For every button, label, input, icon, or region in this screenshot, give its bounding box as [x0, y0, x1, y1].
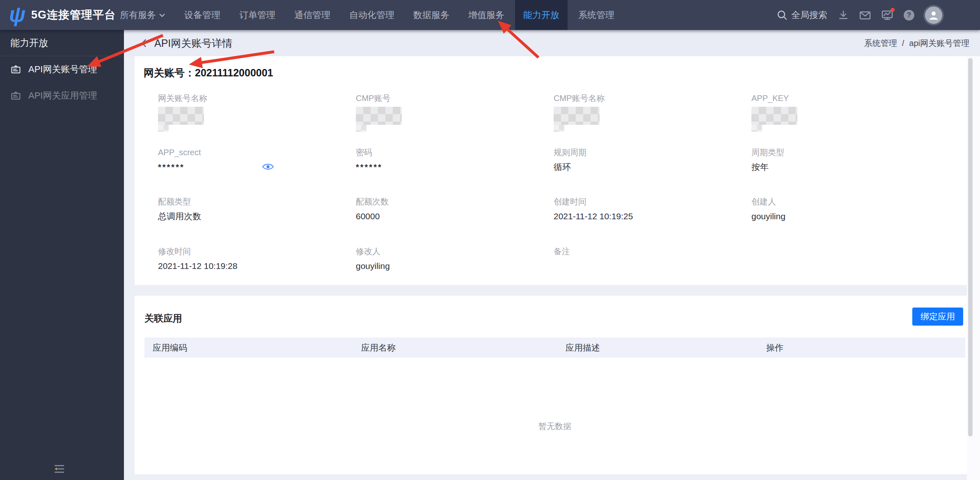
monitor-status[interactable]	[882, 10, 893, 21]
breadcrumb-current: api网关账号管理	[909, 38, 969, 49]
detail-field: 修改人 gouyiling	[356, 246, 545, 271]
detail-field: 周期类型 按年	[751, 147, 940, 172]
sidebar-item[interactable]: API网关账号管理	[0, 56, 124, 83]
nav-menu-item-label: 所有服务	[120, 9, 156, 21]
search-icon	[777, 10, 788, 21]
nav-menu-item-label: 数据服务	[413, 9, 449, 21]
breadcrumb-system-admin[interactable]: 系统管理	[864, 38, 897, 49]
detail-field: APP_KEY	[751, 93, 940, 125]
related-apps-table-header: 应用编码应用名称应用描述操作	[144, 338, 965, 358]
nav-menu-item-label: 通信管理	[294, 9, 330, 21]
field-label: 网关账号名称	[158, 93, 347, 103]
detail-field: 备注	[554, 246, 742, 271]
field-label: CMP账号名称	[554, 93, 742, 103]
show-secret-eye-icon[interactable]	[262, 163, 274, 171]
content-header: API网关账号详情 系统管理 / api网关账号管理	[124, 30, 980, 56]
redacted-value-block	[751, 107, 797, 125]
app-root: ψ 5G连接管理平台 所有服务 设备管理 订单管理 通信管理 自动化管理 数据服…	[0, 0, 980, 480]
field-label: 规则周期	[554, 147, 742, 157]
sidebar-item[interactable]: API网关应用管理	[0, 83, 124, 109]
bind-app-button[interactable]: 绑定应用	[912, 308, 963, 326]
detail-field: CMP账号名称	[554, 93, 742, 125]
gateway-account-separator: ：	[185, 67, 195, 78]
redacted-value-block	[554, 107, 600, 125]
nav-menu-item[interactable]: 设备管理	[184, 0, 220, 30]
field-label: APP_KEY	[751, 93, 940, 103]
sidebar: 能力开放 API网关账号管理 API网关应用管理	[0, 30, 124, 480]
nav-menu-item-label: 订单管理	[239, 9, 275, 21]
nav-menu-item[interactable]: 通信管理	[294, 0, 330, 30]
download-icon[interactable]	[838, 10, 849, 21]
nav-menu-item[interactable]: 增值服务	[468, 0, 504, 30]
user-avatar[interactable]	[925, 7, 942, 24]
nav-menu-item[interactable]: 系统管理	[578, 0, 614, 30]
detail-field: 配额类型 总调用次数	[158, 197, 347, 222]
global-search-label: 全局搜索	[791, 9, 827, 21]
field-label: APP_screct	[158, 147, 347, 157]
field-label: 周期类型	[751, 147, 940, 157]
nav-menu-item-label: 系统管理	[578, 9, 614, 21]
field-label: 备注	[554, 246, 742, 256]
back-icon[interactable]	[139, 37, 150, 49]
field-label: 配额次数	[356, 197, 545, 207]
detail-field: 规则周期 循环	[554, 147, 742, 172]
page-title: API网关账号详情	[154, 30, 232, 56]
sidebar-item-label: API网关应用管理	[28, 90, 97, 102]
nav-menu-item[interactable]: 数据服务	[413, 0, 449, 30]
field-value: ******	[158, 162, 347, 172]
global-search[interactable]: 全局搜索	[777, 9, 827, 21]
navbar-right-cluster: 全局搜索 ?	[777, 0, 980, 30]
field-value: ******	[356, 162, 545, 172]
related-apps-card: 关联应用 绑定应用 应用编码应用名称应用描述操作 暂无数据	[135, 296, 968, 474]
nav-menu-item[interactable]: 自动化管理	[349, 0, 394, 30]
field-value: 按年	[751, 162, 940, 172]
detail-field: 修改时间 2021-11-12 10:19:28	[158, 246, 347, 271]
nav-menu-item[interactable]: 能力开放	[515, 0, 568, 30]
nav-menu-item-label: 增值服务	[468, 9, 504, 21]
chevron-down-icon	[159, 13, 165, 17]
top-nav-menu: 所有服务 设备管理 订单管理 通信管理 自动化管理 数据服务 增值服务 能力开放…	[120, 0, 614, 30]
account-detail-card: 网关账号：20211112000001 网关账号名称 CMP账号 CMP账号名称…	[135, 56, 968, 285]
help-icon[interactable]: ?	[904, 10, 914, 21]
related-apps-title: 关联应用	[144, 312, 182, 325]
nav-menu-item-label: 设备管理	[184, 9, 220, 21]
field-label: 配额类型	[158, 197, 347, 207]
detail-field: CMP账号	[356, 93, 545, 125]
field-value: 2021-11-12 10:19:25	[554, 211, 742, 222]
field-value: 2021-11-12 10:19:28	[158, 261, 347, 271]
detail-field: 网关账号名称	[158, 93, 347, 125]
field-value: 60000	[356, 211, 545, 222]
gateway-account-number: 20211112000001	[195, 67, 273, 78]
field-value: gouyiling	[356, 261, 545, 271]
nav-menu-item-label: 自动化管理	[349, 9, 394, 21]
breadcrumb-separator: /	[902, 39, 904, 48]
table-column-header: 应用编码	[153, 342, 361, 354]
sidebar-menu: API网关账号管理 API网关应用管理	[0, 56, 124, 109]
detail-field: 密码 ******	[356, 147, 545, 172]
breadcrumb: 系统管理 / api网关账号管理	[864, 30, 969, 56]
clipboard-icon	[10, 64, 21, 75]
gateway-account-title: 网关账号：20211112000001	[144, 66, 273, 80]
empty-state-text: 暂无数据	[144, 421, 965, 432]
field-label: 密码	[356, 147, 545, 157]
nav-menu-item[interactable]: 订单管理	[239, 0, 275, 30]
gateway-account-label: 网关账号	[144, 67, 185, 78]
telecom-logo-icon: ψ	[9, 0, 25, 30]
clipboard-icon	[10, 90, 21, 101]
field-value	[554, 261, 742, 271]
nav-menu-item[interactable]: 所有服务	[120, 0, 165, 30]
vertical-scrollbar	[967, 56, 980, 480]
nav-menu-item-label: 能力开放	[523, 9, 559, 21]
detail-field: 创建人 gouyiling	[751, 197, 940, 222]
redacted-value-block	[356, 107, 402, 125]
mail-icon[interactable]	[859, 10, 871, 21]
field-value: gouyiling	[751, 211, 940, 222]
table-column-header: 操作	[766, 342, 965, 354]
menu-collapse-icon[interactable]	[53, 464, 65, 474]
detail-field: 配额次数 60000	[356, 197, 545, 222]
scrollbar-thumb[interactable]	[968, 58, 973, 436]
sidebar-section-title: 能力开放	[0, 30, 124, 56]
field-label: 修改人	[356, 246, 545, 256]
field-value: 循环	[554, 162, 742, 172]
field-label: 修改时间	[158, 246, 347, 256]
